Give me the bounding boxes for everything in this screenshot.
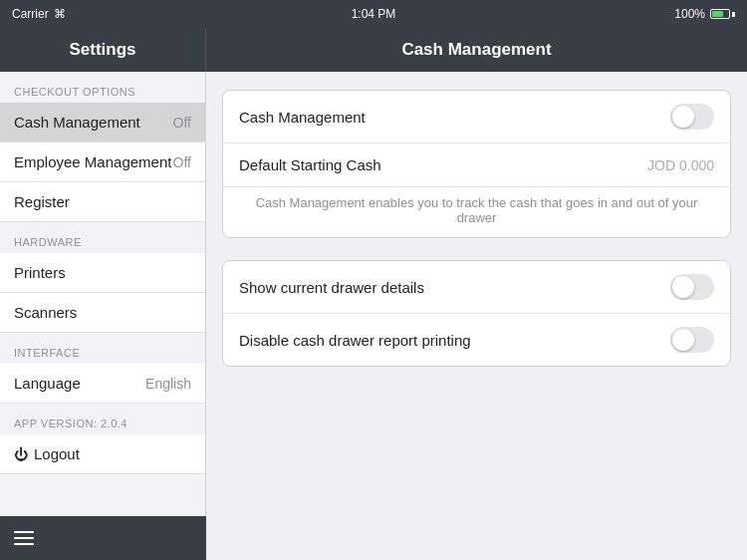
wifi-icon: ⌘ <box>54 7 66 21</box>
show-drawer-toggle[interactable] <box>670 274 714 300</box>
cash-management-toggle[interactable] <box>670 104 714 130</box>
section-gap <box>222 240 731 260</box>
sidebar-item-employee-management[interactable]: Employee Management Off <box>0 142 205 182</box>
hamburger-line-3 <box>14 543 34 545</box>
power-icon: ⏻ <box>14 446 28 462</box>
footer-bar <box>0 516 206 560</box>
sidebar-section-hardware: HARDWARE <box>0 222 205 253</box>
battery-tip <box>732 12 735 17</box>
sidebar-item-printers[interactable]: Printers <box>0 253 205 293</box>
sidebar-item-value: Off <box>173 154 191 170</box>
card-cash-management: Cash Management Default Starting Cash JO… <box>222 90 731 238</box>
battery-icon <box>710 9 735 19</box>
disable-report-label: Disable cash drawer report printing <box>239 332 471 349</box>
hamburger-line-2 <box>14 537 34 539</box>
sidebar-section-checkout: CHECKOUT OPTIONS <box>0 72 205 103</box>
card-drawer-options: Show current drawer details Disable cash… <box>222 260 731 367</box>
sidebar-item-language[interactable]: Language English <box>0 364 205 404</box>
status-right: 100% <box>674 7 735 21</box>
card-row-disable-report-printing: Disable cash drawer report printing <box>223 314 730 366</box>
cash-management-label: Cash Management <box>239 109 366 126</box>
sidebar: CHECKOUT OPTIONS Cash Management Off Emp… <box>0 72 206 560</box>
default-starting-cash-label: Default Starting Cash <box>239 156 381 173</box>
hamburger-line-1 <box>14 531 34 533</box>
sidebar-item-label: Language <box>14 375 81 392</box>
sidebar-section-appversion: APP VERSION: 2.0.4 <box>0 404 205 434</box>
sidebar-item-label: Employee Management <box>14 153 171 170</box>
sidebar-item-register[interactable]: Register <box>0 182 205 222</box>
battery-fill <box>712 11 723 17</box>
sidebar-item-label: Printers <box>14 264 66 281</box>
toggle-knob <box>672 106 694 128</box>
status-bar: Carrier ⌘ 1:04 PM 100% <box>0 0 747 28</box>
battery-percent: 100% <box>674 7 705 21</box>
default-starting-cash-value: JOD 0.000 <box>647 157 714 173</box>
carrier-label: Carrier <box>12 7 49 21</box>
sidebar-item-label: Cash Management <box>14 114 140 131</box>
sidebar-item-value: Off <box>173 115 191 131</box>
app-body: CHECKOUT OPTIONS Cash Management Off Emp… <box>0 72 747 560</box>
sidebar-section-interface: INTERFACE <box>0 333 205 364</box>
sidebar-item-label: Scanners <box>14 304 77 321</box>
cash-management-description: Cash Management enables you to track the… <box>223 187 730 237</box>
nav-main-title: Cash Management <box>206 28 747 72</box>
card-row-default-starting-cash[interactable]: Default Starting Cash JOD 0.000 <box>223 143 730 187</box>
toggle-knob <box>672 276 694 298</box>
sidebar-item-cash-management[interactable]: Cash Management Off <box>0 103 205 142</box>
sidebar-item-value: English <box>145 376 191 392</box>
sidebar-item-scanners[interactable]: Scanners <box>0 293 205 333</box>
toggle-knob <box>672 329 694 351</box>
card-row-show-drawer-details: Show current drawer details <box>223 261 730 314</box>
show-drawer-label: Show current drawer details <box>239 279 424 296</box>
card-row-cash-management-toggle: Cash Management <box>223 91 730 143</box>
sidebar-item-logout[interactable]: ⏻ Logout <box>0 434 205 474</box>
status-carrier: Carrier ⌘ <box>12 7 66 21</box>
sidebar-item-label: Register <box>14 193 70 210</box>
status-time: 1:04 PM <box>352 7 396 21</box>
sidebar-item-label: Logout <box>34 445 80 462</box>
hamburger-menu-icon[interactable] <box>14 531 34 545</box>
nav-sidebar-title: Settings <box>0 28 206 72</box>
disable-report-toggle[interactable] <box>670 327 714 353</box>
main-content: Cash Management Default Starting Cash JO… <box>206 72 747 560</box>
nav-bar: Settings Cash Management <box>0 28 747 72</box>
